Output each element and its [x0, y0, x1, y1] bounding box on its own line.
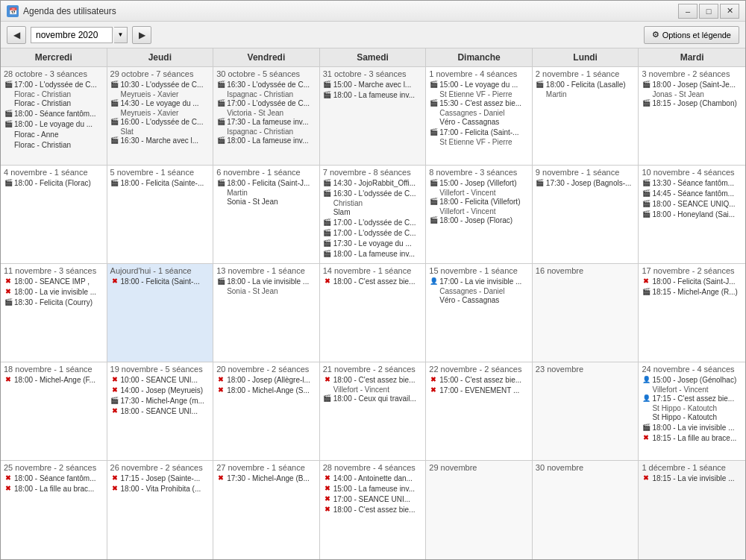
day-cell-w4-d0[interactable]: 25 novembre - 2 séances✖18:00 - Séance f… — [1, 461, 107, 559]
event-item[interactable]: 🎬18:00 - Le voyage du ... — [4, 119, 104, 129]
event-item[interactable]: St Hippo - Katoutch — [642, 412, 742, 422]
day-cell-w0-d6[interactable]: 3 novembre - 2 séances🎬18:00 - Josep (Sa… — [639, 67, 745, 165]
day-cell-w1-d6[interactable]: 10 novembre - 4 séances🎬13:30 - Séance f… — [639, 166, 745, 263]
event-item[interactable]: Florac - Christian — [4, 98, 104, 108]
event-item[interactable]: 🎬16:30 - L'odyssée de C... — [216, 80, 316, 89]
options-legend-button[interactable]: ⚙ Options et légende — [644, 26, 739, 44]
event-item[interactable]: ✖18:00 - C'est assez bie... — [323, 505, 423, 515]
event-item[interactable]: 🎬17:30 - Josep (Bagnols-... — [536, 178, 636, 188]
day-cell-w4-d3[interactable]: 28 novembre - 4 séances✖14:00 - Antoinet… — [320, 461, 427, 559]
event-item[interactable]: 🎬18:00 - La fameuse inv... — [323, 249, 423, 259]
event-item[interactable]: 🎬14:30 - Le voyage du ... — [110, 98, 210, 108]
event-item[interactable]: ✖18:00 - C'est assez bie... — [323, 375, 423, 385]
day-cell-w0-d5[interactable]: 2 novembre - 1 séance🎬18:00 - Felicita (… — [533, 67, 639, 165]
event-item[interactable]: 🎬14:30 - JojoRabbit_Offi... — [323, 178, 423, 188]
event-item[interactable]: 🎬18:00 - La fameuse inv... — [323, 90, 423, 100]
event-item[interactable]: 🎬14:45 - Séance fantôm... — [642, 189, 742, 198]
day-cell-w0-d2[interactable]: 30 octobre - 5 séances🎬16:30 - L'odyssée… — [213, 67, 320, 165]
event-item[interactable]: ✖18:00 - Vita Prohibita (... — [110, 484, 210, 494]
event-item[interactable]: ✖15:00 - C'est assez bie... — [429, 375, 529, 385]
event-item[interactable]: ✖18:00 - Michel-Ange (F... — [4, 375, 104, 385]
event-item[interactable]: 🎬16:30 - Marche avec l... — [110, 136, 210, 145]
event-item[interactable]: 👤15:00 - Josep (Génolhac) — [642, 375, 742, 385]
event-item[interactable]: ✖17:30 - Michel-Ange (B... — [216, 474, 316, 483]
month-input[interactable] — [31, 27, 113, 43]
event-item[interactable]: ✖17:00 - SEANCE UNI... — [323, 494, 423, 504]
event-item[interactable]: 🎬17:30 - La fameuse inv... — [216, 117, 316, 127]
event-item[interactable]: 🎬10:30 - L'odyssée de C... — [110, 80, 210, 89]
day-cell-w1-d3[interactable]: 7 novembre - 8 séances🎬14:30 - JojoRabbi… — [320, 166, 427, 263]
day-cell-w3-d3[interactable]: 21 novembre - 2 séances✖18:00 - C'est as… — [320, 362, 427, 460]
close-button[interactable]: ✕ — [720, 4, 739, 19]
day-cell-w2-d5[interactable]: 16 novembre — [533, 264, 639, 362]
event-item[interactable]: 🎬17:00 - L'odyssée de C... — [4, 80, 104, 89]
event-item[interactable]: 🎬15:00 - Marche avec l... — [323, 80, 423, 89]
event-item[interactable]: 🎬15:00 - Josep (Villefort) — [429, 178, 529, 188]
day-cell-w4-d6[interactable]: 1 décembre - 1 séance✖18:15 - La vie inv… — [639, 461, 745, 559]
day-cell-w3-d0[interactable]: 18 novembre - 1 séance✖18:00 - Michel-An… — [1, 362, 107, 460]
day-cell-w2-d4[interactable]: 15 novembre - 1 séance👤17:00 - La vie in… — [426, 264, 533, 362]
day-cell-w1-d5[interactable]: 9 novembre - 1 séance🎬17:30 - Josep (Bag… — [533, 166, 639, 263]
event-item[interactable]: 🎬16:00 - L'odyssée de C... — [110, 117, 210, 127]
day-cell-w1-d0[interactable]: 4 novembre - 1 séance🎬18:00 - Felicita (… — [1, 166, 107, 263]
day-cell-w4-d5[interactable]: 30 novembre — [533, 461, 639, 559]
next-month-button[interactable]: ▶ — [132, 26, 151, 44]
event-item[interactable]: ✖18:00 - Felicita (Saint-J... — [642, 277, 742, 286]
event-item[interactable]: 🎬18:00 - SEANCE UNIQ... — [642, 199, 742, 209]
event-item[interactable]: ✖17:00 - EVENEMENT ... — [429, 386, 529, 395]
event-item[interactable]: Véro - Cassagnas — [429, 117, 529, 127]
day-cell-w2-d1[interactable]: Aujourd'hui - 1 séance✖18:00 - Felicita … — [107, 264, 214, 362]
day-cell-w3-d1[interactable]: 19 novembre - 5 séances✖10:00 - SEANCE U… — [107, 362, 214, 460]
event-item[interactable]: ✖17:15 - Josep (Sainte-... — [110, 474, 210, 483]
event-item[interactable]: 🎬17:00 - Felicita (Saint-... — [429, 128, 529, 137]
event-item[interactable]: 🎬17:30 - Michel-Ange (m... — [110, 396, 210, 406]
day-cell-w3-d6[interactable]: 24 novembre - 4 séances👤15:00 - Josep (G… — [639, 362, 745, 460]
event-item[interactable]: ✖18:00 - La fille au brac... — [4, 484, 104, 494]
event-item[interactable]: 🎬18:00 - Felicita (Sainte-... — [110, 178, 210, 188]
event-item[interactable]: Florac - Anne — [4, 130, 104, 139]
event-item[interactable]: ✖14:00 - Antoinette dan... — [323, 474, 423, 483]
day-cell-w2-d0[interactable]: 11 novembre - 3 séances✖18:00 - SEANCE I… — [1, 264, 107, 362]
event-item[interactable]: 🎬18:00 - La vie invisible ... — [642, 423, 742, 432]
event-item[interactable]: ✖18:15 - La fille au brace... — [642, 433, 742, 443]
event-item[interactable]: ✖18:00 - Michel-Ange (S... — [216, 386, 316, 395]
event-item[interactable]: Sonia - St Jean — [216, 197, 316, 207]
day-cell-w4-d4[interactable]: 29 novembre — [426, 461, 533, 559]
event-item[interactable]: ✖18:00 - La vie invisible ... — [4, 287, 104, 297]
day-cell-w2-d3[interactable]: 14 novembre - 1 séance✖18:00 - C'est ass… — [320, 264, 427, 362]
event-item[interactable]: ✖18:00 - Josep (Allègre-l... — [216, 375, 316, 385]
day-cell-w0-d3[interactable]: 31 octobre - 3 séances🎬15:00 - Marche av… — [320, 67, 427, 165]
event-item[interactable]: ✖14:00 - Josep (Meyrueis) — [110, 386, 210, 395]
event-item[interactable]: 🎬17:00 - L'odyssée de C... — [216, 98, 316, 108]
event-item[interactable]: 🎬18:30 - Felicita (Courry) — [4, 298, 104, 307]
event-item[interactable]: 🎬16:30 - L'odyssée de C... — [323, 189, 423, 198]
event-item[interactable]: 🎬17:00 - L'odyssée de C... — [323, 218, 423, 227]
event-item[interactable]: 🎬18:00 - Felicita (Lasalle) — [536, 80, 636, 89]
day-cell-w4-d2[interactable]: 27 novembre - 1 séance✖17:30 - Michel-An… — [213, 461, 320, 559]
day-cell-w1-d4[interactable]: 8 novembre - 3 séances🎬15:00 - Josep (Vi… — [426, 166, 533, 263]
prev-month-button[interactable]: ◀ — [7, 26, 26, 44]
event-item[interactable]: 🎬13:30 - Séance fantôm... — [642, 178, 742, 188]
day-cell-w1-d1[interactable]: 5 novembre - 1 séance🎬18:00 - Felicita (… — [107, 166, 214, 263]
day-cell-w2-d2[interactable]: 13 novembre - 1 séance🎬18:00 - La vie in… — [213, 264, 320, 362]
day-cell-w0-d0[interactable]: 28 octobre - 3 séances🎬17:00 - L'odyssée… — [1, 67, 107, 165]
event-item[interactable]: 🎬15:00 - Le voyage du ... — [429, 80, 529, 89]
day-cell-w4-d1[interactable]: 26 novembre - 2 séances✖17:15 - Josep (S… — [107, 461, 214, 559]
event-item[interactable]: Florac - Christian — [4, 140, 104, 150]
event-item[interactable]: ✖18:00 - Séance fantôm... — [4, 474, 104, 483]
event-item[interactable]: 🎬18:00 - La vie invisible ... — [216, 277, 316, 286]
event-item[interactable]: 🎬18:15 - Josep (Chambon) — [642, 98, 742, 108]
day-cell-w3-d5[interactable]: 23 novembre — [533, 362, 639, 460]
event-item[interactable]: ✖18:15 - La vie invisible ... — [642, 474, 742, 483]
day-cell-w0-d4[interactable]: 1 novembre - 4 séances🎬15:00 - Le voyage… — [426, 67, 533, 165]
event-item[interactable]: 🎬18:00 - Felicita (Florac) — [4, 178, 104, 188]
event-item[interactable]: 🎬18:00 - Felicita (Saint-J... — [216, 178, 316, 188]
event-item[interactable]: 🎬17:00 - L'odyssée de C... — [323, 228, 423, 238]
event-item[interactable]: ✖18:00 - SEANCE IMP , — [4, 277, 104, 286]
month-dropdown-button[interactable]: ▼ — [114, 27, 128, 43]
minimize-button[interactable]: – — [678, 4, 698, 19]
event-item[interactable]: ✖15:00 - La fameuse inv... — [323, 484, 423, 494]
day-cell-w3-d4[interactable]: 22 novembre - 2 séances✖15:00 - C'est as… — [426, 362, 533, 460]
event-item[interactable]: 🎬18:00 - Honeyland (Sai... — [642, 210, 742, 219]
event-item[interactable]: Slam — [323, 207, 423, 217]
